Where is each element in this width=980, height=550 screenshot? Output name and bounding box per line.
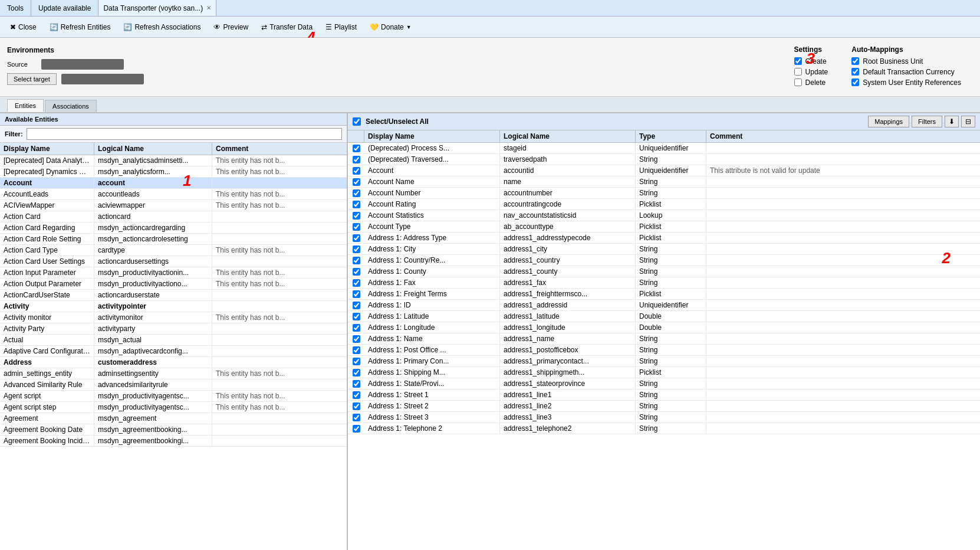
attr-checkbox[interactable]: [353, 346, 360, 354]
table-row[interactable]: Agreement Booking Incident msdyn_agreeme…: [0, 436, 347, 447]
table-row[interactable]: Action Card actioncard: [0, 211, 347, 222]
table-row[interactable]: AccountLeads accountleads This entity ha…: [0, 189, 347, 200]
attr-row[interactable]: Address 1: Latitude address1_latitude Do…: [348, 311, 980, 322]
close-button[interactable]: ✖ Close: [5, 21, 42, 34]
table-row[interactable]: Action Card Type cardtype This entity ha…: [0, 245, 347, 256]
attr-checkbox[interactable]: [353, 313, 360, 320]
filter-input[interactable]: [27, 128, 342, 140]
attr-checkbox[interactable]: [353, 324, 360, 332]
table-row[interactable]: Activity monitor activitymonitor This en…: [0, 312, 347, 323]
attr-checkbox[interactable]: [353, 391, 360, 399]
attr-checkbox[interactable]: [353, 290, 360, 298]
attr-checkbox[interactable]: [353, 189, 360, 197]
table-row-address[interactable]: Address customeraddress: [0, 357, 347, 368]
setting-create-checkbox[interactable]: [794, 57, 802, 65]
attr-row[interactable]: Address 1: Fax address1_fax String: [348, 277, 980, 289]
table-row[interactable]: Action Card User Settings actioncarduser…: [0, 256, 347, 267]
table-row[interactable]: ActionCardUserState actioncarduserstate: [0, 290, 347, 301]
tab-close-icon[interactable]: ✕: [206, 5, 211, 11]
table-row[interactable]: Agreement Booking Date msdyn_agreementbo…: [0, 424, 347, 436]
attr-checkbox[interactable]: [353, 414, 360, 421]
table-row[interactable]: Actual msdyn_actual: [0, 335, 347, 346]
attr-row[interactable]: Account Statistics nav_accountstatistics…: [348, 210, 980, 221]
attr-checkbox[interactable]: [353, 145, 360, 152]
attr-checkbox[interactable]: [353, 245, 360, 253]
attributes-table-body[interactable]: 2 (Deprecated) Process S... stageid Uniq…: [348, 143, 980, 550]
attr-row[interactable]: Address 1: State/Provi... address1_state…: [348, 378, 980, 389]
attr-row[interactable]: Address 1: Primary Con... address1_prima…: [348, 356, 980, 367]
attr-checkbox[interactable]: [353, 279, 360, 287]
attr-row[interactable]: Address 1: Street 3 address1_line3 Strin…: [348, 412, 980, 423]
attr-row[interactable]: Address 1: Freight Terms address1_freigh…: [348, 289, 980, 300]
attr-row[interactable]: (Deprecated) Traversed... traversedpath …: [348, 154, 980, 165]
attr-checkbox[interactable]: [353, 358, 360, 365]
attr-row[interactable]: Account Name name String: [348, 176, 980, 188]
table-row[interactable]: Agent script step msdyn_productivityagen…: [0, 402, 347, 413]
attr-checkbox[interactable]: [353, 402, 360, 410]
attr-row[interactable]: Account accountid Uniqueidentifier This …: [348, 165, 980, 176]
attr-row[interactable]: Address 1: City address1_city String: [348, 244, 980, 255]
select-target-button[interactable]: Select target: [7, 73, 57, 85]
tab-tools[interactable]: Tools: [0, 0, 31, 16]
attr-checkbox[interactable]: [353, 223, 360, 231]
automapping-root-bu-checkbox[interactable]: [851, 57, 859, 65]
donate-button[interactable]: 💛 Donate ▼: [364, 21, 417, 34]
table-row[interactable]: [Deprecated] Dynamics Cus... msdyn_analy…: [0, 166, 347, 178]
refresh-associations-button[interactable]: 🔄 Refresh Associations: [118, 21, 206, 34]
attr-row[interactable]: (Deprecated) Process S... stageid Unique…: [348, 143, 980, 154]
setting-update-checkbox[interactable]: [794, 68, 802, 76]
tab-update[interactable]: Update available: [31, 0, 98, 16]
target-input[interactable]: [61, 74, 144, 84]
select-unselect-all-checkbox[interactable]: [353, 117, 361, 126]
attr-checkbox[interactable]: [353, 156, 360, 163]
export-button[interactable]: ⊟: [961, 116, 975, 127]
table-row[interactable]: Action Output Parameter msdyn_productivi…: [0, 279, 347, 290]
attr-row[interactable]: Address 1: ID address1_addressid Uniquei…: [348, 300, 980, 311]
attr-row[interactable]: Address 1: County address1_county String: [348, 266, 980, 277]
entities-table-body[interactable]: 1 [Deprecated] Data Analytics... msdyn_a…: [0, 155, 347, 550]
attr-checkbox[interactable]: [353, 178, 360, 186]
refresh-entities-button[interactable]: 🔄 Refresh Entities: [44, 21, 116, 34]
automapping-currency-checkbox[interactable]: [851, 68, 859, 76]
table-row[interactable]: Advanced Similarity Rule advancedsimilar…: [0, 379, 347, 391]
attr-checkbox[interactable]: [353, 369, 360, 377]
attr-checkbox[interactable]: [353, 380, 360, 388]
attr-checkbox[interactable]: [353, 257, 360, 264]
table-row[interactable]: Action Input Parameter msdyn_productivit…: [0, 267, 347, 279]
table-row[interactable]: Adaptive Card Configuration msdyn_adapti…: [0, 346, 347, 357]
attr-checkbox[interactable]: [353, 212, 360, 220]
attr-row[interactable]: Address 1: Longitude address1_longitude …: [348, 322, 980, 333]
tab-entities[interactable]: Entities: [7, 99, 44, 112]
attr-row[interactable]: Account Type ab_accounttype Picklist: [348, 221, 980, 233]
attr-row[interactable]: Account Number accountnumber String: [348, 188, 980, 199]
table-row[interactable]: Agreement msdyn_agreement: [0, 413, 347, 424]
attr-checkbox[interactable]: [353, 167, 360, 175]
source-input[interactable]: [41, 59, 124, 70]
table-row[interactable]: ACIViewMapper aciviewmapper This entity …: [0, 200, 347, 211]
attr-row[interactable]: Address 1: Address Type address1_address…: [348, 233, 980, 244]
attr-checkbox[interactable]: [353, 234, 360, 242]
attr-row[interactable]: Address 1: Post Office ... address1_post…: [348, 345, 980, 356]
table-row[interactable]: Agent script msdyn_productivityagentsc..…: [0, 391, 347, 402]
table-row-action-card-role[interactable]: Action Card Role Setting msdyn_actioncar…: [0, 234, 347, 245]
setting-delete-checkbox[interactable]: [794, 78, 802, 86]
preview-button[interactable]: 👁 Preview: [208, 21, 254, 34]
table-row-account[interactable]: Account account: [0, 178, 347, 189]
attr-checkbox[interactable]: [353, 201, 360, 208]
attr-row[interactable]: Account Rating accountratingcode Picklis…: [348, 199, 980, 210]
attr-row[interactable]: Address 1: Name address1_name String: [348, 333, 980, 345]
attr-checkbox[interactable]: [353, 268, 360, 276]
playlist-button[interactable]: ☰ Playlist: [320, 21, 362, 34]
attr-checkbox[interactable]: [353, 302, 360, 309]
attr-row[interactable]: Address 1: Telephone 2 address1_telephon…: [348, 423, 980, 434]
filters-button[interactable]: Filters: [912, 116, 942, 127]
tab-active[interactable]: Data Transporter (voytko san...) ✕: [98, 0, 216, 16]
attr-row[interactable]: Address 1: Street 2 address1_line2 Strin…: [348, 401, 980, 412]
attr-checkbox[interactable]: [353, 335, 360, 343]
attr-row[interactable]: Address 1: Street 1 address1_line1 Strin…: [348, 389, 980, 401]
table-row[interactable]: Activity Party activityparty: [0, 323, 347, 335]
attr-row[interactable]: Address 1: Shipping M... address1_shippi…: [348, 367, 980, 378]
table-row[interactable]: admin_settings_entity adminsettingsentit…: [0, 368, 347, 379]
table-row-activity[interactable]: Activity activitypointer: [0, 301, 347, 312]
download-button[interactable]: ⬇: [945, 116, 959, 127]
